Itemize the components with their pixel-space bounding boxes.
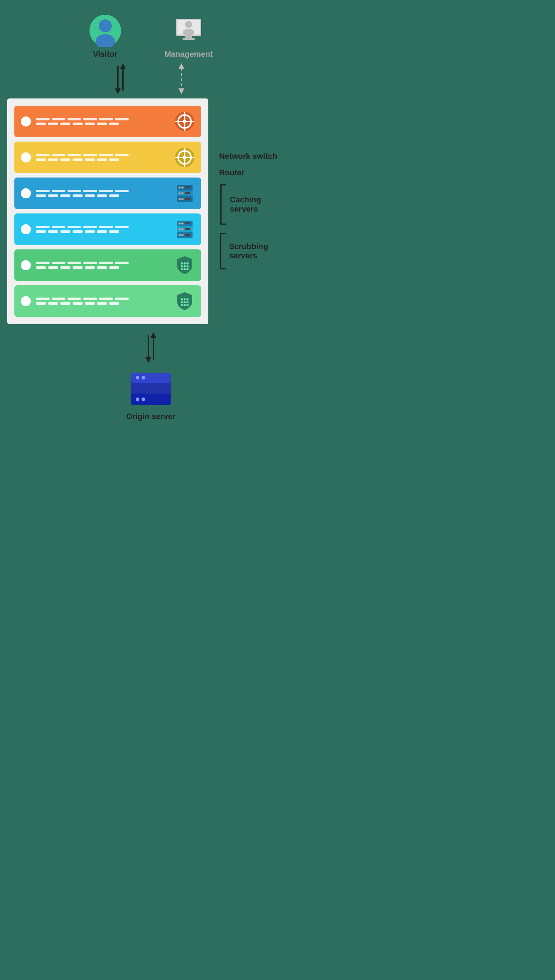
network-switch-label-wrapper: Network switch <box>219 148 291 165</box>
row-lines <box>36 297 175 305</box>
svg-point-53 <box>186 262 189 265</box>
scrubbing-server-1-icon <box>175 255 195 275</box>
caching-server-2-icon <box>175 219 195 239</box>
visitor-actor: Visitor <box>89 14 122 59</box>
svg-point-66 <box>181 304 183 306</box>
visitor-arrow <box>111 63 129 95</box>
svg-point-80 <box>141 397 145 401</box>
router-label-wrapper: Router <box>219 165 291 181</box>
svg-point-43 <box>181 222 184 225</box>
caching-server-1-row <box>14 178 201 209</box>
svg-point-63 <box>181 301 183 303</box>
scrubbing-label-wrapper: Scrubbing servers <box>219 228 291 275</box>
row-lines <box>36 190 175 197</box>
svg-point-46 <box>181 228 184 230</box>
scrubbing-server-2-icon <box>175 291 195 311</box>
svg-rect-44 <box>184 222 190 224</box>
router-icon <box>175 147 195 167</box>
svg-point-30 <box>178 186 181 189</box>
management-arrow <box>172 63 190 95</box>
shield-icon-svg <box>176 255 194 275</box>
svg-rect-32 <box>184 186 190 188</box>
svg-rect-7 <box>185 36 192 38</box>
svg-marker-72 <box>151 332 156 338</box>
row-left <box>21 116 175 127</box>
row-dot <box>21 224 31 234</box>
switch-icon <box>175 111 195 132</box>
svg-marker-14 <box>178 63 184 69</box>
svg-rect-75 <box>131 383 171 394</box>
row-dot <box>21 188 31 198</box>
top-arrows-section <box>7 63 295 95</box>
svg-point-56 <box>186 265 189 267</box>
router-label: Router <box>219 168 245 178</box>
svg-marker-12 <box>120 63 126 69</box>
svg-marker-15 <box>178 88 184 94</box>
svg-point-54 <box>181 265 183 267</box>
row-left <box>21 224 175 234</box>
origin-server-label: Origin server <box>127 412 176 421</box>
management-dashed-arrow <box>172 63 190 95</box>
row-lines <box>36 118 175 125</box>
row-dot <box>21 296 31 306</box>
svg-point-34 <box>181 192 184 194</box>
management-label: Management <box>165 50 213 59</box>
svg-point-52 <box>184 262 186 265</box>
main-panel <box>7 98 209 324</box>
svg-point-36 <box>178 198 181 200</box>
svg-point-78 <box>141 376 145 379</box>
svg-point-20 <box>183 120 186 123</box>
server-icon-svg <box>175 184 194 203</box>
svg-point-59 <box>186 268 189 270</box>
svg-point-58 <box>184 268 186 270</box>
scrubbing-server-2-row <box>14 285 201 317</box>
svg-point-57 <box>181 268 183 270</box>
svg-point-51 <box>181 262 183 265</box>
svg-point-60 <box>181 298 183 300</box>
row-left <box>21 296 175 306</box>
row-dot <box>21 153 31 162</box>
svg-rect-35 <box>184 192 190 194</box>
svg-point-48 <box>178 234 181 236</box>
server-icon-svg-2 <box>175 220 194 239</box>
svg-rect-50 <box>184 234 190 236</box>
origin-server-section: Origin server <box>127 371 176 421</box>
management-computer-icon <box>172 14 205 47</box>
svg-point-6 <box>183 29 194 36</box>
visitor-person-icon <box>89 14 122 47</box>
row-left <box>21 153 175 162</box>
row-lines <box>36 226 175 233</box>
svg-point-65 <box>186 301 189 303</box>
network-switch-row <box>14 106 201 137</box>
scrubbing-server-1-row <box>14 249 201 281</box>
svg-point-1 <box>99 19 112 32</box>
svg-point-55 <box>184 265 186 267</box>
labels-column: Network switch Router Caching servers Sc… <box>215 148 295 275</box>
router-row <box>14 141 201 173</box>
origin-server-icon <box>128 371 174 407</box>
svg-marker-70 <box>146 357 151 363</box>
svg-point-62 <box>186 298 189 300</box>
svg-rect-47 <box>184 228 190 230</box>
svg-point-42 <box>178 222 181 225</box>
svg-point-37 <box>181 198 184 200</box>
diagram-container: Visitor Management <box>0 0 302 435</box>
svg-point-25 <box>183 156 186 159</box>
shield-icon-svg-2 <box>176 291 194 311</box>
svg-point-64 <box>184 301 186 303</box>
row-dot <box>21 116 31 127</box>
svg-point-5 <box>185 21 192 28</box>
scrubbing-servers-label: Scrubbing servers <box>229 242 291 261</box>
bottom-arrow-section <box>7 331 295 364</box>
row-left <box>21 188 175 198</box>
main-panel-wrapper: Network switch Router Caching servers Sc… <box>7 98 295 324</box>
row-left <box>21 260 175 270</box>
svg-rect-8 <box>183 38 195 40</box>
row-dot <box>21 260 31 270</box>
switch-icon-svg <box>175 111 195 132</box>
management-actor: Management <box>165 14 213 59</box>
visitor-label: Visitor <box>93 50 117 59</box>
svg-point-68 <box>186 304 189 306</box>
caching-label-wrapper: Caching servers <box>219 181 291 228</box>
row-lines <box>36 154 175 161</box>
